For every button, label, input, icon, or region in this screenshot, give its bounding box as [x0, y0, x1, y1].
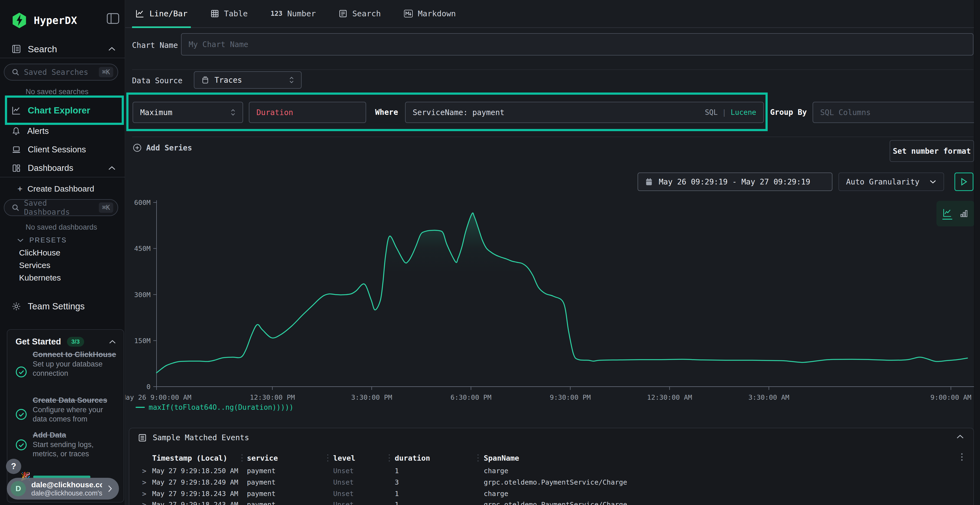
sidebar-item-team-settings[interactable]: Team Settings	[0, 298, 125, 315]
cell-service[interactable]: payment	[247, 478, 275, 486]
tab-search[interactable]: Search	[336, 0, 384, 27]
saved-dashboards-input[interactable]: Saved Dashboards ⌘K	[4, 199, 118, 216]
where-field[interactable]: ServiceName: payment SQL | Lucene	[405, 102, 764, 123]
group-by-field[interactable]	[813, 102, 980, 123]
cell-duration[interactable]: 1	[395, 490, 399, 498]
cell-timestamp[interactable]: May 27 9:29:18.250 AM	[152, 467, 238, 475]
chevron-down-icon	[17, 238, 24, 243]
cell-span[interactable]: grpc.oteldemo.PaymentService/Charge	[484, 501, 627, 505]
divider	[0, 177, 125, 178]
cell-span[interactable]: grpc.oteldemo.PaymentService/Charge	[484, 478, 627, 486]
where-value: ServiceName: payment	[413, 108, 504, 117]
svg-text:3:30:00 AM: 3:30:00 AM	[748, 394, 789, 401]
date-range-picker[interactable]: May 26 09:29:19 - May 27 09:29:19	[638, 173, 832, 191]
cell-service[interactable]: payment	[247, 501, 275, 505]
row-expand-icon[interactable]: >	[142, 490, 146, 498]
column-resize-handle[interactable]	[327, 454, 328, 462]
chart-name-field[interactable]	[181, 33, 974, 56]
cell-level[interactable]: Unset	[333, 478, 354, 486]
cell-duration[interactable]: 1	[395, 501, 399, 505]
sidebar-item-chart-explorer[interactable]: Chart Explorer	[0, 100, 125, 121]
sidebar-item-alerts[interactable]: Alerts	[0, 122, 125, 140]
cell-level[interactable]: Unset	[333, 467, 354, 475]
tab-line-bar[interactable]: Line/Bar	[132, 0, 191, 27]
sidebar-item-client-sessions[interactable]: Client Sessions	[0, 141, 125, 158]
set-number-format-button[interactable]: Set number format	[889, 140, 974, 162]
scrollbar-track[interactable]	[974, 0, 980, 505]
cell-level[interactable]: Unset	[333, 501, 354, 505]
laptop-icon	[11, 145, 21, 154]
cell-span[interactable]: charge	[484, 490, 508, 498]
row-expand-icon[interactable]: >	[142, 478, 146, 486]
cell-timestamp[interactable]: May 27 9:29:18.243 AM	[152, 490, 238, 498]
checklist-item[interactable]: Connect to ClickHouse Set up your databa…	[33, 349, 118, 378]
number-123-icon: 123	[270, 10, 282, 17]
checklist-item[interactable]: Create Data Sources Configure where your…	[33, 395, 118, 424]
col-service[interactable]: service	[247, 454, 278, 462]
cell-duration[interactable]: 1	[395, 467, 399, 475]
col-level[interactable]: level	[333, 454, 355, 462]
sidebar-section-search[interactable]: Search	[0, 40, 125, 58]
cell-span[interactable]: charge	[484, 467, 508, 475]
col-timestamp[interactable]: Timestamp (Local)	[152, 454, 227, 462]
cell-timestamp[interactable]: May 27 9:29:18.243 AM	[152, 501, 238, 505]
play-icon	[960, 178, 967, 186]
tab-table[interactable]: Table	[207, 0, 251, 27]
select-chevrons-icon	[231, 109, 235, 116]
metric-field[interactable]: Duration	[249, 102, 366, 123]
cell-service[interactable]: payment	[247, 490, 275, 498]
preset-kubernetes[interactable]: Kubernetes	[19, 273, 61, 283]
chart-name-input[interactable]	[189, 40, 966, 49]
col-duration[interactable]: duration	[395, 454, 430, 462]
brand-logo-row[interactable]: HyperDX	[11, 12, 77, 29]
cell-service[interactable]: payment	[247, 467, 275, 475]
checklist-item[interactable]: Add Data Start sending logs, metrics, or…	[33, 430, 118, 459]
cell-level[interactable]: Unset	[333, 490, 354, 498]
presets-section-header[interactable]: PRESETS	[17, 236, 67, 244]
preset-clickhouse[interactable]: ClickHouse	[19, 248, 60, 257]
svg-text:6:30:00 PM: 6:30:00 PM	[450, 394, 492, 401]
gear-icon	[11, 302, 21, 311]
aggregation-select[interactable]: Maximum	[132, 102, 243, 123]
row-expand-icon[interactable]: >	[142, 467, 146, 475]
col-spanname[interactable]: SpanName	[484, 454, 519, 462]
preset-services[interactable]: Services	[19, 260, 50, 270]
add-series-button[interactable]: Add Series	[132, 143, 192, 152]
sidebar-item-team-settings-label: Team Settings	[28, 301, 85, 311]
column-resize-handle[interactable]	[389, 454, 390, 462]
cell-timestamp[interactable]: May 27 9:29:18.249 AM	[152, 478, 238, 486]
data-source-select[interactable]: Traces	[194, 71, 302, 89]
column-resize-handle[interactable]	[242, 454, 243, 462]
language-sql[interactable]: SQL	[705, 108, 718, 116]
events-title: Sample Matched Events	[153, 433, 249, 442]
sidebar-item-chart-explorer-label: Chart Explorer	[28, 105, 90, 116]
help-button[interactable]: ?	[6, 459, 21, 474]
journal-icon	[11, 44, 21, 54]
column-resize-handle[interactable]	[477, 454, 479, 462]
user-menu[interactable]: D dale@clickhouse.com dale@clickhouse.co…	[7, 478, 119, 500]
brand-name: HyperDX	[34, 15, 77, 26]
tab-number[interactable]: 123 Number	[267, 0, 319, 27]
sidebar-item-dashboards[interactable]: Dashboards	[0, 159, 125, 177]
sidebar-collapse-icon[interactable]	[107, 13, 119, 24]
collapse-events-icon[interactable]	[956, 434, 964, 439]
granularity-select[interactable]: Auto Granularity	[838, 173, 944, 191]
create-dashboard-button[interactable]: + Create Dashboard	[0, 181, 125, 197]
chart-legend[interactable]: maxIf(toFloat64O..ng(Duration)))))	[135, 403, 293, 411]
group-by-input[interactable]	[820, 108, 980, 117]
where-label: Where	[375, 108, 398, 117]
kebab-menu-icon[interactable]	[961, 453, 963, 461]
language-lucene[interactable]: Lucene	[731, 108, 756, 116]
search-icon	[11, 203, 20, 212]
line-chart-toggle-icon[interactable]	[942, 208, 952, 219]
legend-series-label: maxIf(toFloat64O..ng(Duration)))))	[149, 403, 293, 411]
saved-searches-input[interactable]: Saved Searches ⌘K	[4, 64, 118, 81]
chevron-up-icon[interactable]	[109, 340, 116, 344]
avatar: D	[11, 481, 26, 496]
run-query-button[interactable]	[955, 173, 974, 191]
get-started-progress-badge: 3/3	[67, 337, 84, 347]
cell-duration[interactable]: 3	[395, 478, 399, 486]
tab-markdown[interactable]: Markdown	[401, 0, 459, 27]
row-expand-icon[interactable]: >	[142, 501, 146, 505]
bar-chart-toggle-icon[interactable]	[959, 209, 969, 218]
